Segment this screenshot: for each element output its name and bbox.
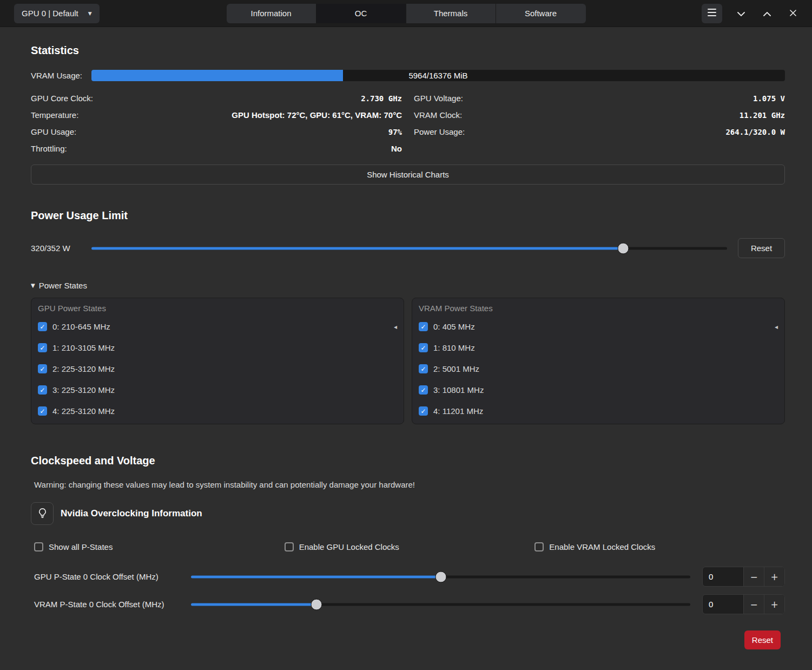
minimize-button[interactable]: [731, 4, 751, 23]
check-icon: ✓: [420, 324, 426, 330]
stat-value: 97%: [388, 128, 402, 136]
stat-label: VRAM Clock:: [414, 110, 462, 120]
collapse-left-arrow-icon[interactable]: ◂: [775, 323, 778, 331]
vram-pstate-4-checkbox[interactable]: ✓: [419, 406, 428, 416]
close-button[interactable]: [783, 4, 803, 23]
nvidia-info-button[interactable]: [31, 502, 54, 525]
hamburger-icon: [708, 9, 716, 18]
statistics-grid: GPU Core Clock: 2.730 GHz Temperature: G…: [31, 90, 785, 157]
check-icon: ✓: [39, 408, 45, 415]
close-icon: [790, 9, 796, 18]
check-icon: ✓: [420, 345, 426, 351]
vram-usage-value: 5964/16376 MiB: [91, 70, 785, 81]
enable-vram-locked-clocks-checkbox[interactable]: Enable VRAM Locked Clocks: [534, 542, 655, 551]
gpu-power-state-row: ✓ 2: 225-3120 MHz: [31, 358, 404, 379]
gpu-clock-offset-slider[interactable]: [191, 571, 690, 583]
power-states-frames: GPU Power States ✓ 0: 210-645 MHz ◂ ✓ 1:…: [31, 298, 785, 424]
gpu-pstate-4-checkbox[interactable]: ✓: [38, 406, 47, 416]
slider-fill: [191, 603, 316, 606]
vram-clock-offset-value[interactable]: 0: [703, 595, 743, 614]
tab-software[interactable]: Software: [496, 4, 586, 23]
gpu-pstate-2-label: 2: 225-3120 MHz: [52, 364, 115, 373]
stat-vram-clock: VRAM Clock: 11.201 GHz: [414, 107, 785, 123]
vram-pstate-0-checkbox[interactable]: ✓: [419, 322, 428, 331]
gpu-pstate-3-checkbox[interactable]: ✓: [38, 385, 47, 395]
gpu-power-state-row: ✓ 4: 225-3120 MHz: [31, 400, 404, 422]
power-limit-slider-handle[interactable]: [618, 242, 629, 254]
chevron-down-icon: [737, 9, 745, 18]
vram-power-states-frame: VRAM Power States ✓ 0: 405 MHz ◂ ✓ 1: 81…: [412, 298, 785, 424]
gpu-pstate-2-checkbox[interactable]: ✓: [38, 364, 47, 373]
gpu-clock-offset-slider-handle[interactable]: [435, 571, 446, 582]
stat-value: 11.201 GHz: [740, 111, 785, 120]
gpu-pstate-1-checkbox[interactable]: ✓: [38, 343, 47, 352]
gpu-pstate-0-label: 0: 210-645 MHz: [52, 322, 110, 331]
vram-pstate-2-checkbox[interactable]: ✓: [419, 364, 428, 373]
chevron-down-icon: ▼: [88, 11, 92, 16]
vram-power-state-row: ✓ 4: 11201 MHz: [412, 400, 784, 422]
gpu-pstate-0-checkbox[interactable]: ✓: [38, 322, 47, 331]
power-states-expander[interactable]: ▼ Power States: [31, 281, 87, 290]
stat-label: Power Usage:: [414, 127, 465, 136]
gpu-pstate-4-label: 4: 225-3120 MHz: [52, 406, 115, 416]
gpu-pstate-1-label: 1: 210-3105 MHz: [52, 343, 115, 352]
maximize-button[interactable]: [757, 4, 777, 23]
clocks-reset-row: Reset: [31, 630, 785, 649]
header-bar: GPU 0 | Default ▼ Information OC Thermal…: [0, 0, 812, 27]
statistics-left-column: GPU Core Clock: 2.730 GHz Temperature: G…: [31, 90, 402, 157]
tab-oc[interactable]: OC: [316, 4, 406, 23]
vram-usage-label: VRAM Usage:: [31, 71, 91, 80]
vram-clock-offset-slider[interactable]: [191, 599, 690, 610]
gpu-power-states-title: GPU Power States: [31, 298, 404, 316]
minus-button[interactable]: −: [743, 595, 764, 614]
tab-information[interactable]: Information: [227, 4, 316, 23]
gpu-clock-offset-spinbox: 0 − +: [702, 567, 785, 587]
oc-page: Statistics VRAM Usage: 5964/16376 MiB GP…: [0, 44, 812, 649]
checkbox-label: Show all P-States: [49, 542, 113, 551]
vram-clock-offset-slider-handle[interactable]: [311, 599, 322, 610]
checkbox-label: Enable VRAM Locked Clocks: [549, 542, 655, 551]
nvidia-info-row: Nvidia Overclocking Information: [31, 502, 785, 525]
stat-label: GPU Usage:: [31, 127, 76, 136]
gpu-clock-offset-value[interactable]: 0: [703, 567, 743, 586]
power-limit-value: 320/352 W: [31, 244, 91, 253]
vram-pstate-1-label: 1: 810 MHz: [433, 343, 475, 352]
vram-pstate-3-checkbox[interactable]: ✓: [419, 385, 428, 395]
gpu-pstate-3-label: 3: 225-3120 MHz: [52, 385, 115, 395]
minus-button[interactable]: −: [743, 567, 764, 586]
stat-gpu-usage: GPU Usage: 97%: [31, 123, 402, 140]
vram-clock-offset-spinbox: 0 − +: [702, 594, 785, 614]
vram-power-state-row: ✓ 0: 405 MHz ◂: [412, 316, 784, 337]
stat-value: 264.1/320.0 W: [725, 128, 785, 136]
statistics-title: Statistics: [31, 44, 785, 57]
gpu-power-states-frame: GPU Power States ✓ 0: 210-645 MHz ◂ ✓ 1:…: [31, 298, 404, 424]
statistics-right-column: GPU Voltage: 1.075 V VRAM Clock: 11.201 …: [414, 90, 785, 157]
menu-button[interactable]: [702, 4, 722, 23]
vram-pstate-1-checkbox[interactable]: ✓: [419, 343, 428, 352]
clocks-reset-button[interactable]: Reset: [744, 630, 781, 649]
enable-gpu-locked-clocks-checkbox[interactable]: Enable GPU Locked Clocks: [285, 542, 399, 551]
plus-button[interactable]: +: [764, 595, 784, 614]
checkbox-icon[interactable]: [285, 542, 294, 551]
stat-label: Throttling:: [31, 144, 67, 153]
check-icon: ✓: [420, 408, 426, 415]
show-historical-charts-button[interactable]: Show Historical Charts: [31, 165, 785, 185]
tab-bar: Information OC Thermals Software: [227, 4, 586, 23]
stat-gpu-core-clock: GPU Core Clock: 2.730 GHz: [31, 90, 402, 107]
power-usage-limit-title: Power Usage Limit: [31, 209, 785, 222]
collapse-left-arrow-icon[interactable]: ◂: [394, 323, 397, 331]
gpu-selector-dropdown[interactable]: GPU 0 | Default ▼: [14, 4, 100, 23]
lightbulb-icon: [37, 507, 48, 521]
power-limit-slider[interactable]: [91, 242, 727, 254]
checkbox-icon[interactable]: [534, 542, 544, 551]
show-all-pstates-checkbox[interactable]: Show all P-States: [34, 542, 113, 551]
stat-temperature: Temperature: GPU Hotspot: 72°C, GPU: 61°…: [31, 107, 402, 123]
tab-thermals[interactable]: Thermals: [406, 4, 496, 23]
power-limit-reset-button[interactable]: Reset: [738, 238, 785, 258]
power-limit-row: 320/352 W Reset: [31, 238, 785, 258]
stat-gpu-voltage: GPU Voltage: 1.075 V: [414, 90, 785, 107]
checkbox-icon[interactable]: [34, 542, 43, 551]
plus-button[interactable]: +: [764, 567, 784, 586]
stat-label: GPU Voltage:: [414, 94, 463, 103]
stat-value: 2.730 GHz: [361, 94, 402, 103]
